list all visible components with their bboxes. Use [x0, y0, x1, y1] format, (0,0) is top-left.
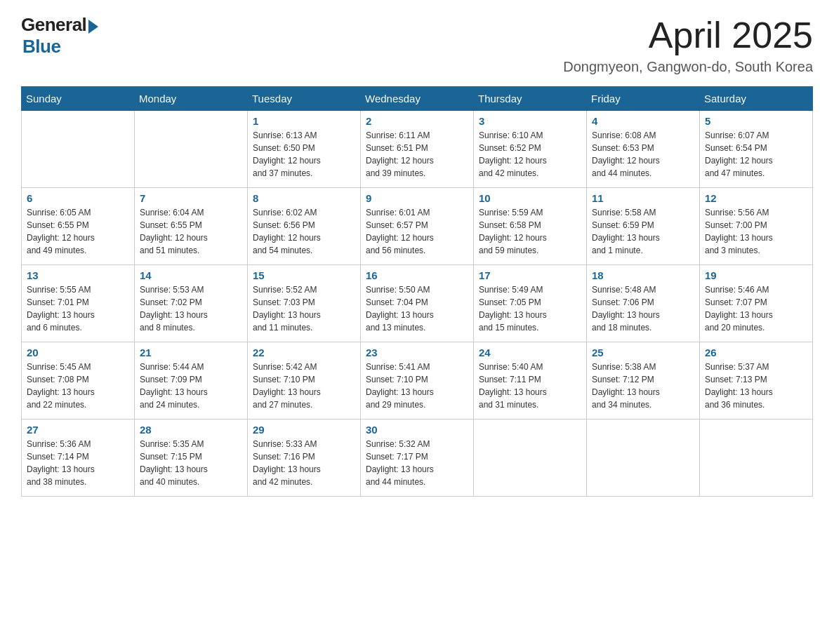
calendar-week-row: 20Sunrise: 5:45 AM Sunset: 7:08 PM Dayli… — [22, 342, 813, 420]
calendar-cell: 26Sunrise: 5:37 AM Sunset: 7:13 PM Dayli… — [700, 342, 813, 420]
day-info: Sunrise: 5:46 AM Sunset: 7:07 PM Dayligh… — [705, 283, 807, 334]
day-number: 9 — [366, 192, 468, 204]
day-number: 3 — [479, 115, 581, 127]
calendar-cell: 19Sunrise: 5:46 AM Sunset: 7:07 PM Dayli… — [700, 265, 813, 342]
calendar-cell: 20Sunrise: 5:45 AM Sunset: 7:08 PM Dayli… — [22, 342, 135, 420]
day-info: Sunrise: 5:35 AM Sunset: 7:15 PM Dayligh… — [140, 438, 242, 488]
day-info: Sunrise: 5:48 AM Sunset: 7:06 PM Dayligh… — [592, 283, 694, 334]
day-number: 26 — [705, 347, 807, 358]
day-info: Sunrise: 5:32 AM Sunset: 7:17 PM Dayligh… — [366, 438, 468, 488]
day-info: Sunrise: 5:49 AM Sunset: 7:05 PM Dayligh… — [479, 283, 581, 334]
calendar-cell: 13Sunrise: 5:55 AM Sunset: 7:01 PM Dayli… — [22, 265, 135, 342]
day-number: 28 — [140, 424, 242, 436]
calendar-cell: 11Sunrise: 5:58 AM Sunset: 6:59 PM Dayli… — [587, 188, 700, 265]
day-number: 13 — [27, 269, 129, 281]
day-info: Sunrise: 5:41 AM Sunset: 7:10 PM Dayligh… — [366, 361, 468, 411]
day-number: 19 — [705, 269, 807, 281]
calendar-cell: 27Sunrise: 5:36 AM Sunset: 7:14 PM Dayli… — [22, 420, 135, 497]
calendar-cell: 7Sunrise: 6:04 AM Sunset: 6:55 PM Daylig… — [135, 188, 248, 265]
day-number: 6 — [27, 192, 129, 204]
calendar-cell: 8Sunrise: 6:02 AM Sunset: 6:56 PM Daylig… — [248, 188, 361, 265]
day-info: Sunrise: 5:59 AM Sunset: 6:58 PM Dayligh… — [479, 206, 581, 257]
calendar-cell: 10Sunrise: 5:59 AM Sunset: 6:58 PM Dayli… — [474, 188, 587, 265]
calendar-cell: 30Sunrise: 5:32 AM Sunset: 7:17 PM Dayli… — [361, 420, 474, 497]
calendar-cell: 23Sunrise: 5:41 AM Sunset: 7:10 PM Dayli… — [361, 342, 474, 420]
calendar-cell: 16Sunrise: 5:50 AM Sunset: 7:04 PM Dayli… — [361, 265, 474, 342]
calendar-cell: 21Sunrise: 5:44 AM Sunset: 7:09 PM Dayli… — [135, 342, 248, 420]
calendar-cell: 24Sunrise: 5:40 AM Sunset: 7:11 PM Dayli… — [474, 342, 587, 420]
day-number: 17 — [479, 269, 581, 281]
calendar-cell: 28Sunrise: 5:35 AM Sunset: 7:15 PM Dayli… — [135, 420, 248, 497]
day-info: Sunrise: 5:55 AM Sunset: 7:01 PM Dayligh… — [27, 283, 129, 334]
day-number: 21 — [140, 347, 242, 358]
day-info: Sunrise: 5:52 AM Sunset: 7:03 PM Dayligh… — [253, 283, 355, 334]
day-number: 18 — [592, 269, 694, 281]
day-info: Sunrise: 6:13 AM Sunset: 6:50 PM Dayligh… — [253, 129, 355, 180]
day-number: 10 — [479, 192, 581, 204]
day-info: Sunrise: 5:53 AM Sunset: 7:02 PM Dayligh… — [140, 283, 242, 334]
day-number: 7 — [140, 192, 242, 204]
header-sunday: Sunday — [22, 87, 135, 111]
calendar-cell — [22, 111, 135, 188]
calendar-cell: 12Sunrise: 5:56 AM Sunset: 7:00 PM Dayli… — [700, 188, 813, 265]
calendar-cell: 3Sunrise: 6:10 AM Sunset: 6:52 PM Daylig… — [474, 111, 587, 188]
calendar-cell: 25Sunrise: 5:38 AM Sunset: 7:12 PM Dayli… — [587, 342, 700, 420]
day-number: 8 — [253, 192, 355, 204]
day-number: 27 — [27, 424, 129, 436]
calendar-cell: 6Sunrise: 6:05 AM Sunset: 6:55 PM Daylig… — [22, 188, 135, 265]
day-number: 14 — [140, 269, 242, 281]
day-info: Sunrise: 5:50 AM Sunset: 7:04 PM Dayligh… — [366, 283, 468, 334]
header-tuesday: Tuesday — [248, 87, 361, 111]
calendar-cell: 14Sunrise: 5:53 AM Sunset: 7:02 PM Dayli… — [135, 265, 248, 342]
day-info: Sunrise: 5:44 AM Sunset: 7:09 PM Dayligh… — [140, 361, 242, 411]
header-saturday: Saturday — [700, 87, 813, 111]
calendar-week-row: 6Sunrise: 6:05 AM Sunset: 6:55 PM Daylig… — [22, 188, 813, 265]
header-monday: Monday — [135, 87, 248, 111]
day-info: Sunrise: 6:05 AM Sunset: 6:55 PM Dayligh… — [27, 206, 129, 257]
day-number: 15 — [253, 269, 355, 281]
day-number: 24 — [479, 347, 581, 358]
day-info: Sunrise: 5:42 AM Sunset: 7:10 PM Dayligh… — [253, 361, 355, 411]
day-info: Sunrise: 6:10 AM Sunset: 6:52 PM Dayligh… — [479, 129, 581, 180]
calendar-week-row: 1Sunrise: 6:13 AM Sunset: 6:50 PM Daylig… — [22, 111, 813, 188]
calendar-cell — [587, 420, 700, 497]
day-number: 22 — [253, 347, 355, 358]
day-info: Sunrise: 5:37 AM Sunset: 7:13 PM Dayligh… — [705, 361, 807, 411]
day-number: 20 — [27, 347, 129, 358]
day-info: Sunrise: 5:45 AM Sunset: 7:08 PM Dayligh… — [27, 361, 129, 411]
calendar-cell: 9Sunrise: 6:01 AM Sunset: 6:57 PM Daylig… — [361, 188, 474, 265]
logo: General Blue — [21, 14, 98, 58]
day-number: 29 — [253, 424, 355, 436]
day-info: Sunrise: 6:02 AM Sunset: 6:56 PM Dayligh… — [253, 206, 355, 257]
calendar-cell: 2Sunrise: 6:11 AM Sunset: 6:51 PM Daylig… — [361, 111, 474, 188]
calendar-cell: 29Sunrise: 5:33 AM Sunset: 7:16 PM Dayli… — [248, 420, 361, 497]
calendar-table: Sunday Monday Tuesday Wednesday Thursday… — [21, 86, 813, 497]
day-number: 25 — [592, 347, 694, 358]
header-thursday: Thursday — [474, 87, 587, 111]
logo-arrow-icon — [88, 20, 98, 34]
day-info: Sunrise: 6:01 AM Sunset: 6:57 PM Dayligh… — [366, 206, 468, 257]
day-number: 16 — [366, 269, 468, 281]
page-header: General Blue April 2025 Dongmyeon, Gangw… — [21, 14, 813, 75]
header-friday: Friday — [587, 87, 700, 111]
calendar-body: 1Sunrise: 6:13 AM Sunset: 6:50 PM Daylig… — [22, 111, 813, 497]
day-number: 30 — [366, 424, 468, 436]
day-number: 5 — [705, 115, 807, 127]
calendar-cell: 15Sunrise: 5:52 AM Sunset: 7:03 PM Dayli… — [248, 265, 361, 342]
day-info: Sunrise: 5:36 AM Sunset: 7:14 PM Dayligh… — [27, 438, 129, 488]
day-info: Sunrise: 5:38 AM Sunset: 7:12 PM Dayligh… — [592, 361, 694, 411]
day-info: Sunrise: 5:40 AM Sunset: 7:11 PM Dayligh… — [479, 361, 581, 411]
logo-general: General — [21, 14, 86, 36]
calendar-cell: 5Sunrise: 6:07 AM Sunset: 6:54 PM Daylig… — [700, 111, 813, 188]
calendar-cell: 22Sunrise: 5:42 AM Sunset: 7:10 PM Dayli… — [248, 342, 361, 420]
day-number: 4 — [592, 115, 694, 127]
day-info: Sunrise: 5:58 AM Sunset: 6:59 PM Dayligh… — [592, 206, 694, 257]
calendar-cell — [474, 420, 587, 497]
calendar-week-row: 13Sunrise: 5:55 AM Sunset: 7:01 PM Dayli… — [22, 265, 813, 342]
day-info: Sunrise: 6:11 AM Sunset: 6:51 PM Dayligh… — [366, 129, 468, 180]
day-info: Sunrise: 5:56 AM Sunset: 7:00 PM Dayligh… — [705, 206, 807, 257]
calendar-week-row: 27Sunrise: 5:36 AM Sunset: 7:14 PM Dayli… — [22, 420, 813, 497]
calendar-cell — [135, 111, 248, 188]
weekday-header-row: Sunday Monday Tuesday Wednesday Thursday… — [22, 87, 813, 111]
day-info: Sunrise: 6:04 AM Sunset: 6:55 PM Dayligh… — [140, 206, 242, 257]
